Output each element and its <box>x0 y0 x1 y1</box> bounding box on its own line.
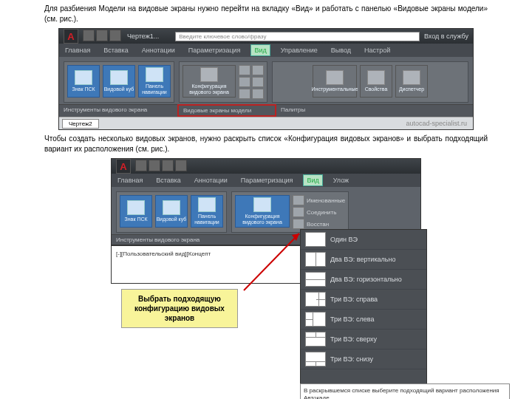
tooltip: В раскрывшемся списке выберите подходящи… <box>300 383 510 399</box>
dropdown-item-label: Три ВЭ: слева <box>330 316 374 323</box>
dropdown-item[interactable]: Три ВЭ: слева <box>301 310 426 330</box>
callout-box: Выбрать подходящую конфигурацию видовых … <box>121 289 238 328</box>
tab-output[interactable]: Вывод <box>328 45 354 55</box>
tab-insert[interactable]: Вставка <box>153 175 183 185</box>
watermark: autocad-specialist.ru <box>406 120 467 127</box>
dropdown-item[interactable]: Три ВЭ: снизу <box>301 349 426 369</box>
layout-thumb-icon <box>305 272 326 287</box>
tab-param[interactable]: Параметризация <box>185 45 244 55</box>
btn-nav-panel[interactable]: Панель навигации <box>138 65 171 98</box>
tab-home[interactable]: Главная <box>62 45 93 55</box>
dropdown-item-label: Два ВЭ: вертикально <box>330 256 395 263</box>
viewport-label: [-][Пользовательский вид][Концепт <box>116 250 211 257</box>
btn-ucs-icon[interactable]: Знак ПСК <box>67 65 100 98</box>
dropdown-item[interactable]: Три ВЭ: сверху <box>301 330 426 349</box>
dropdown-item[interactable]: Три ВЭ: справа <box>301 290 426 310</box>
panel-viewport-tools: Знак ПСК Видовой куб Панель навигации <box>64 61 174 103</box>
tab-extra[interactable]: Улож <box>330 175 352 185</box>
quick-access-toolbar[interactable] <box>135 160 188 173</box>
layout-thumb-icon <box>305 332 326 347</box>
tab-manage[interactable]: Управление <box>278 45 321 55</box>
intro-text-1: Для разбиения Модели на видовые экраны н… <box>44 4 488 24</box>
viewport-config-dropdown: Один ВЭДва ВЭ: вертикальноДва ВЭ: горизо… <box>300 229 427 399</box>
tab-annot[interactable]: Аннотации <box>139 45 178 55</box>
drawing-name: Чертеж1... <box>127 33 159 40</box>
ribbon-tabs[interactable]: Главная Вставка Аннотации Параметризация… <box>59 44 473 57</box>
dropdown-item-label: Три ВЭ: справа <box>330 296 378 303</box>
app-logo-icon[interactable]: A <box>116 159 131 174</box>
btn-join[interactable]: Соединить <box>293 207 345 217</box>
btn-ucs-icon[interactable]: Знак ПСК <box>120 195 152 228</box>
viewport-small-grid[interactable] <box>239 65 264 99</box>
btn-viewport-config[interactable]: Конфигурация видового экрана <box>183 65 236 98</box>
tab-insert[interactable]: Вставка <box>100 45 131 55</box>
layout-thumb-icon <box>305 252 326 267</box>
panel-palettes: Инструментальные Свойства Диспетчер <box>272 61 468 103</box>
quick-access-toolbar[interactable] <box>83 30 123 43</box>
btn-named[interactable]: Именованные <box>293 195 345 205</box>
btn-viewcube[interactable]: Видовой куб <box>155 195 188 228</box>
panel-title-tools: Инструменты видового экрана <box>112 234 230 245</box>
tab-setup[interactable]: Настрой <box>361 45 393 55</box>
layout-thumb-icon <box>305 352 326 366</box>
tab-param[interactable]: Параметризация <box>238 175 296 185</box>
tab-view[interactable]: Вид <box>250 44 270 56</box>
panel-model-viewports: Конфигурация видового экрана <box>179 61 267 103</box>
intro-text-2: Чтобы создать несколько видовых экранов,… <box>44 134 488 154</box>
search-input[interactable]: Введите ключевое слово/фразу <box>175 32 420 41</box>
tab-home[interactable]: Главная <box>115 175 146 185</box>
btn-tool-palettes[interactable]: Инструментальные <box>313 65 357 98</box>
btn-restore[interactable]: Восстан <box>293 219 345 229</box>
tab-annot[interactable]: Аннотации <box>191 175 231 185</box>
btn-viewport-config[interactable]: Конфигурация видового экрана <box>235 195 290 228</box>
dropdown-item[interactable]: Два ВЭ: вертикально <box>301 250 426 270</box>
dropdown-item-label: Три ВЭ: сверху <box>330 335 377 343</box>
tab-view[interactable]: Вид <box>303 174 322 186</box>
panel-title-palettes: Палитры <box>276 104 473 117</box>
panel-title-tools: Инструменты видового экрана <box>59 104 177 117</box>
dropdown-item[interactable]: Два ВЭ: горизонтально <box>301 270 426 290</box>
dropdown-item-label: Два ВЭ: горизонтально <box>330 276 402 283</box>
layout-thumb-icon <box>305 312 326 327</box>
btn-sheet-manager[interactable]: Диспетчер <box>395 65 428 98</box>
btn-properties[interactable]: Свойства <box>360 65 392 98</box>
app-logo-icon[interactable]: A <box>64 29 78 44</box>
btn-viewcube[interactable]: Видовой куб <box>103 65 135 98</box>
layout-thumb-icon <box>305 292 326 307</box>
btn-nav-panel[interactable]: Панель навигации <box>191 195 223 228</box>
layout-thumb-icon <box>305 232 326 247</box>
fig1-autocad-window: A Чертеж1... Введите ключевое слово/фраз… <box>58 28 474 130</box>
panel-title-viewports: Видовые экраны модели <box>177 104 276 117</box>
drawing-tab[interactable]: Чертеж2 <box>62 119 99 129</box>
dropdown-item-label: Три ВЭ: снизу <box>330 355 373 363</box>
signin-link[interactable]: Вход в службу <box>424 33 468 40</box>
dropdown-item[interactable]: Один ВЭ <box>301 230 426 250</box>
ribbon-tabs[interactable]: Главная Вставка Аннотации Параметризация… <box>112 174 420 187</box>
dropdown-item-label: Один ВЭ <box>330 236 358 243</box>
